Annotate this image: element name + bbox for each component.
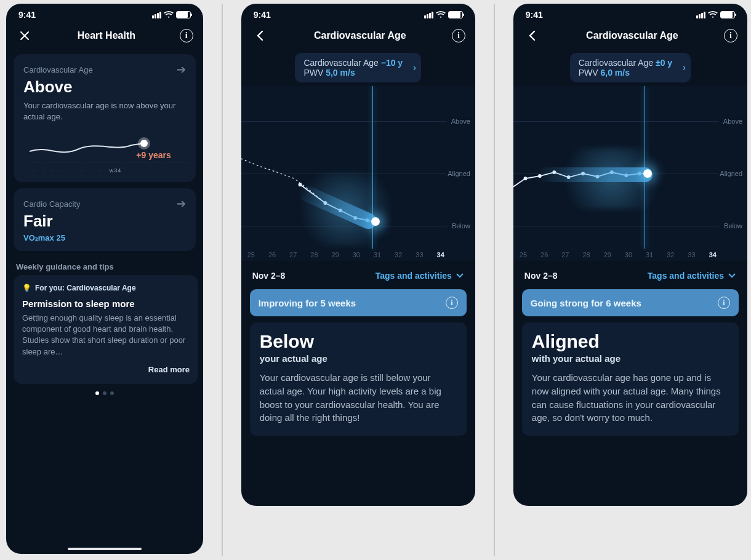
tip-tag: 💡 For you: Cardiovascular Age [22, 284, 190, 292]
wifi-icon [436, 11, 446, 18]
summary-sub: with your actual age [532, 353, 729, 364]
home-indicator [68, 548, 142, 550]
phone-heart-health: 9:41 Heart Health i Cardiovascular Age ➔… [6, 4, 203, 554]
svg-point-7 [523, 177, 527, 180]
status-bar: 9:41 [6, 4, 203, 22]
back-button[interactable] [523, 27, 540, 44]
battery-icon [448, 11, 463, 18]
tick-current: w34 [110, 167, 122, 174]
summary-card: Below your actual age Your cardiovascula… [250, 322, 467, 436]
back-button[interactable] [251, 27, 268, 44]
card-label: Cardio Capacity [23, 199, 81, 209]
pill-val-1: −10 y [381, 58, 403, 68]
card-cardio-capacity[interactable]: Cardio Capacity ➔ Fair VO₂max 25 [14, 188, 196, 251]
summary-body: Your cardiovascular age is still below y… [260, 371, 457, 425]
pill-val-1: ±0 y [656, 58, 672, 68]
nav-header: Cardiovascular Age i [241, 22, 475, 50]
card-status: Fair [23, 212, 186, 231]
phone-cvage-aligned: 9:41 Cardiovascular Age i Cardiovascular… [513, 4, 747, 506]
cvage-chart[interactable]: Above Aligned Below 2526 2728 2930 3132 … [241, 86, 475, 261]
info-icon: i [446, 297, 458, 309]
summary-card: Aligned with your actual age Your cardio… [522, 322, 739, 436]
chevron-left-icon [255, 30, 264, 42]
status-bar: 9:41 [513, 4, 747, 22]
summary-headline: Below [260, 331, 457, 352]
tip-body: Getting enough quality sleep is an essen… [22, 313, 190, 358]
battery-icon [720, 11, 735, 18]
value-pill[interactable]: Cardiovascular Age −10 y PWV 5,0 m/s › [295, 53, 421, 82]
close-button[interactable] [16, 27, 33, 44]
summary-sub: your actual age [260, 353, 457, 364]
read-more-link[interactable]: Read more [22, 365, 190, 374]
x-ticks: 2526 2728 2930 3132 3334 [520, 251, 717, 258]
pill-key-1: Cardiovascular Age [579, 58, 653, 68]
status-bar: 9:41 [241, 4, 475, 22]
status-banner[interactable]: Improving for 5 weeks i [250, 289, 467, 316]
status-time: 9:41 [526, 10, 543, 20]
card-cardiovascular-age[interactable]: Cardiovascular Age ➔ Above Your cardiova… [14, 54, 196, 182]
card-label: Cardiovascular Age [23, 65, 93, 74]
card-status: Above [23, 78, 186, 97]
phone-cvage-below: 9:41 Cardiovascular Age i Cardiovascular… [241, 4, 475, 506]
chevron-down-icon [728, 273, 736, 279]
status-time: 9:41 [18, 10, 36, 20]
battery-icon [176, 11, 191, 18]
carousel-dots [6, 391, 203, 395]
page-title: Cardiovascular Age [314, 30, 406, 41]
value-pill[interactable]: Cardiovascular Age ±0 y PWV 6,0 m/s › [570, 53, 691, 82]
x-ticks: 2526 2728 2930 3132 3334 [247, 251, 444, 258]
summary-headline: Aligned [532, 331, 729, 352]
tick-current: 34 [437, 251, 444, 258]
chevron-right-icon: › [413, 62, 416, 73]
vo2max-value: VO₂max 25 [23, 233, 186, 242]
cell-signal-icon [696, 12, 705, 18]
pill-val-2: 5,0 m/s [326, 68, 355, 78]
chart-endpoint [371, 217, 380, 226]
nav-header: Cardiovascular Age i [513, 22, 747, 50]
nav-header: Heart Health i [6, 22, 203, 50]
wifi-icon [708, 11, 718, 18]
pill-key-1: Cardiovascular Age [303, 58, 378, 68]
info-button[interactable]: i [724, 29, 737, 42]
banner-text: Improving for 5 weeks [259, 298, 356, 308]
card-sparkline: +9 years [23, 128, 186, 165]
chevron-left-icon [528, 30, 536, 42]
cvage-delta: +9 years [136, 150, 171, 160]
guidance-header: Weekly guidance and tips [6, 257, 203, 275]
info-button[interactable]: i [452, 29, 465, 42]
row-head: Nov 2–8 Tags and activities [513, 261, 747, 287]
pill-key-2: PWV [303, 68, 323, 78]
chart-endpoint [643, 169, 652, 178]
status-icons [696, 11, 735, 18]
status-banner[interactable]: Going strong for 6 weeks i [522, 289, 739, 316]
row-head: Nov 2–8 Tags and activities [241, 261, 475, 287]
page-title: Heart Health [78, 30, 135, 41]
pill-key-2: PWV [579, 68, 598, 78]
chevron-right-icon: ➔ [177, 197, 186, 210]
banner-text: Going strong for 6 weeks [531, 298, 641, 308]
pill-val-2: 6,0 m/s [600, 68, 629, 78]
card-desc: Your cardiovascular age is now above you… [23, 100, 186, 122]
tags-toggle[interactable]: Tags and activities [376, 271, 464, 281]
lightbulb-icon: 💡 [22, 284, 31, 292]
chevron-right-icon: ➔ [177, 63, 186, 76]
cell-signal-icon [424, 12, 433, 18]
tags-label: Tags and activities [376, 271, 452, 281]
close-icon [19, 30, 30, 41]
info-icon: i [718, 297, 730, 309]
chevron-right-icon: › [683, 62, 686, 73]
tags-toggle[interactable]: Tags and activities [648, 271, 736, 281]
x-ticks: ········· w34 [23, 167, 186, 174]
tick-current: 34 [709, 251, 717, 258]
tip-title: Permission to sleep more [22, 298, 190, 309]
status-time: 9:41 [254, 10, 271, 20]
date-range: Nov 2–8 [252, 271, 286, 281]
cvage-chart[interactable]: Above Aligned Below 2526 2728 2930 3132 … [513, 86, 747, 261]
tip-tag-text: For you: Cardiovascular Age [35, 284, 136, 292]
chevron-down-icon [456, 273, 464, 279]
tags-label: Tags and activities [648, 271, 724, 281]
status-icons [152, 11, 191, 18]
info-button[interactable]: i [180, 29, 193, 42]
tip-card[interactable]: 💡 For you: Cardiovascular Age Permission… [14, 275, 198, 384]
tips-carousel[interactable]: 💡 For you: Cardiovascular Age Permission… [6, 275, 203, 384]
